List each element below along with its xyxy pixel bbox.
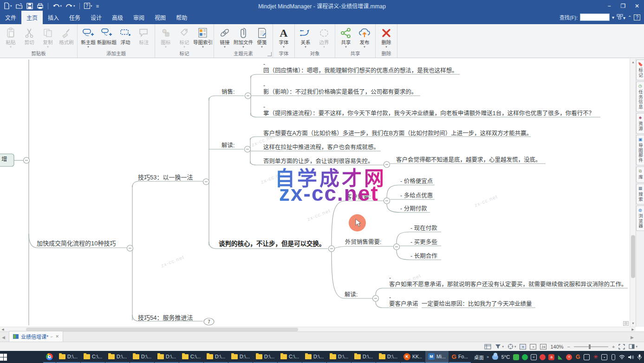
- taskbar-folder-10[interactable]: D:\...: [302, 351, 326, 363]
- task-pane-tab-search[interactable]: ▦搜索: [636, 184, 644, 205]
- topic-sales-ying[interactable]: - 影（影响）：不过我们价格确实是最低了，公司都有要求的。: [263, 82, 417, 95]
- topic-kehu-2[interactable]: - 多给点优惠: [400, 192, 433, 199]
- green-app-icon[interactable]: [513, 354, 519, 360]
- topic-waimao-1[interactable]: - 现在付款: [410, 225, 437, 232]
- task-pane-tab-library[interactable]: ⧉库: [636, 166, 644, 183]
- topic-jiedu1-label[interactable]: 解读:: [221, 142, 234, 149]
- ribbon-help-icon[interactable]: ?: [634, 14, 640, 20]
- clipboard-icon[interactable]: ≡: [531, 354, 537, 360]
- topic-jiedu1-b[interactable]: 这样在拉扯中推进流程，客户也会有成就感。: [263, 144, 379, 151]
- weather-temp[interactable]: 5°C: [501, 354, 510, 360]
- view-mode-map-icon[interactable]: ✳: [520, 344, 526, 350]
- select-icon[interactable]: ▾: [507, 343, 516, 350]
- taskbar-folder-11[interactable]: D:\...: [327, 351, 351, 363]
- topic-jiedu1-c-child[interactable]: 客户会觉得都不知道是底，越要求，心里越发慌，没底。: [396, 157, 541, 164]
- topic-group10[interactable]: 加快成交简化流程的10种技巧: [37, 240, 116, 247]
- topic-kehu-3[interactable]: - 分期付款: [400, 205, 427, 212]
- tab-design[interactable]: 设计: [85, 11, 107, 24]
- phone-icon[interactable]: [610, 354, 616, 360]
- taskbar-folder-13[interactable]: D:\...: [376, 351, 400, 363]
- tab-home[interactable]: 主页: [21, 11, 43, 24]
- task-pane-tab-person[interactable]: ☻资源: [636, 113, 644, 134]
- topic-sales-zhang[interactable]: - 掌（提问推进流程）：要不这样，你今天下单付款，我今天冲业绩量，向老板申请额外…: [263, 104, 594, 117]
- start-button[interactable]: [0, 351, 7, 363]
- topic-waimao-3[interactable]: - 长期合作: [410, 253, 437, 260]
- tab-insert[interactable]: 插入: [43, 11, 64, 24]
- minimize-button[interactable]: −: [602, 0, 616, 12]
- zoom-in-icon[interactable]: +: [612, 344, 615, 350]
- taskbar-desktop[interactable]: 桌面»: [471, 351, 492, 363]
- topic-tanpan[interactable]: 谈判的核心，不让步，但是可以交换。: [219, 240, 325, 247]
- help-icon[interactable]: ?▾: [83, 2, 93, 10]
- topic-skill53[interactable]: 技巧53：以一换一法: [138, 174, 193, 181]
- mindmap-canvas[interactable]: zx-cc.netzx-cc.netzx-cc.netzx-cc.netzx-c…: [0, 59, 630, 327]
- taskbar-folder-7[interactable]: D:\...: [228, 351, 253, 363]
- collapse-ribbon-icon[interactable]: ⌃: [628, 15, 631, 20]
- topic-jiedu2-b-child[interactable]: 一定要给出原因：比如我为了今天冲业绩量: [422, 301, 532, 308]
- redo-icon[interactable]: ▾: [65, 2, 76, 10]
- publish-button[interactable]: 发布▾: [355, 25, 374, 49]
- topic-jiedu1-a[interactable]: 客户想要在A方面（比如价格）多进一步，我们在B方面（比如付款时间）上进一步，这样…: [263, 130, 532, 137]
- task-pane-tab-clock[interactable]: ◷任务信息: [636, 81, 644, 112]
- tab-help[interactable]: 帮助: [171, 11, 192, 24]
- tab-view[interactable]: 视图: [150, 11, 171, 24]
- attach-button[interactable]: 附加文件▾: [234, 25, 253, 49]
- print-icon[interactable]: [36, 2, 45, 10]
- taskbar-chrome[interactable]: [43, 351, 56, 363]
- root-topic[interactable]: 增: [1, 156, 7, 163]
- taskbar-mindmanager[interactable]: MMi...: [425, 351, 449, 363]
- topic-jiedu2-b[interactable]: - 要客户承诺: [389, 294, 418, 307]
- close-button[interactable]: ✕: [630, 0, 644, 12]
- taskbar-folder-6[interactable]: D:\...: [204, 351, 228, 363]
- taskbar-folder-0[interactable]: D:\...: [56, 351, 80, 363]
- vertical-scrollbar[interactable]: ▲ ▼: [630, 59, 636, 327]
- weather-icon[interactable]: [492, 355, 498, 360]
- red-star-icon[interactable]: ✳: [592, 354, 598, 360]
- dialog-launcher-icon[interactable]: [267, 52, 272, 56]
- red-circle-icon[interactable]: [540, 354, 546, 360]
- fit-map-icon[interactable]: [618, 344, 625, 350]
- document-tab[interactable]: 业绩倍增课* ⌐ ✕: [9, 331, 63, 342]
- view-mode-outline-icon[interactable]: ≡: [530, 344, 536, 350]
- topic-waimao-label[interactable]: 外贸销售需要:: [345, 239, 381, 246]
- taskbar-folder-5[interactable]: C:\...: [179, 351, 203, 363]
- task-pane-tab-globe[interactable]: ◍浏览器: [636, 205, 644, 231]
- tab-advanced[interactable]: 高级: [107, 11, 128, 24]
- font-button[interactable]: A字体▾: [274, 25, 293, 49]
- tab-task[interactable]: 任务: [64, 11, 85, 24]
- topic-skill54[interactable]: 技巧54：服务推进法: [138, 314, 193, 321]
- delete-button[interactable]: 删除▾: [377, 25, 396, 49]
- zoom-out-icon[interactable]: −: [567, 344, 570, 350]
- taskbar-fox[interactable]: GFo...: [449, 351, 471, 363]
- zoom-slider-thumb[interactable]: [589, 344, 591, 349]
- layout-icon[interactable]: ▾: [617, 14, 625, 20]
- pane-view-icon[interactable]: [484, 344, 491, 350]
- taskbar-folder-2[interactable]: D:\...: [105, 351, 130, 363]
- undo-icon[interactable]: ▾: [52, 2, 63, 10]
- topic-sales-hui[interactable]: - 回（回应情绪）：嗯嗯，我能理解你们想买的优惠点的想法，是我也这样想。: [263, 61, 458, 74]
- restore-button[interactable]: ❐: [616, 0, 630, 12]
- find-dropdown-icon[interactable]: ▾: [612, 15, 614, 20]
- topic-jiedu2-label[interactable]: 解读:: [345, 291, 358, 298]
- taskbar-folder-8[interactable]: D:\...: [253, 351, 277, 363]
- tab-file[interactable]: 文件: [0, 11, 21, 24]
- topic-jiedu2-a[interactable]: - 客户如果不愿意承诺，那就说明客户还没有认定要买，就需要继续做说服和异议消除的…: [389, 275, 627, 288]
- tab-review[interactable]: 审阅: [128, 11, 150, 24]
- schedule-view-icon[interactable]: 24: [540, 344, 546, 350]
- filter-icon[interactable]: ▾: [495, 344, 504, 349]
- taskbar-folder-3[interactable]: D:\...: [130, 351, 154, 363]
- find-input[interactable]: [580, 13, 610, 21]
- open-icon[interactable]: [15, 2, 24, 10]
- flag-icon[interactable]: [584, 354, 590, 360]
- new-document-icon[interactable]: ▾: [3, 2, 13, 10]
- subtopic-button[interactable]: 新副标题: [98, 25, 116, 45]
- task-pane-tab-window[interactable]: ▣导图部件: [636, 135, 644, 165]
- taskbar-folder-1[interactable]: C:\...: [81, 351, 105, 363]
- taskbar-folder-9[interactable]: C:\...: [278, 351, 302, 363]
- task-pane-tab-tag[interactable]: 🔖标记: [636, 59, 644, 80]
- mic-icon[interactable]: [637, 354, 643, 360]
- wifi-icon[interactable]: [619, 354, 625, 360]
- share-button[interactable]: 共享▾: [337, 25, 355, 49]
- floating-button[interactable]: 浮动: [116, 25, 135, 45]
- mapindex-button[interactable]: 导图索引▾: [194, 25, 212, 49]
